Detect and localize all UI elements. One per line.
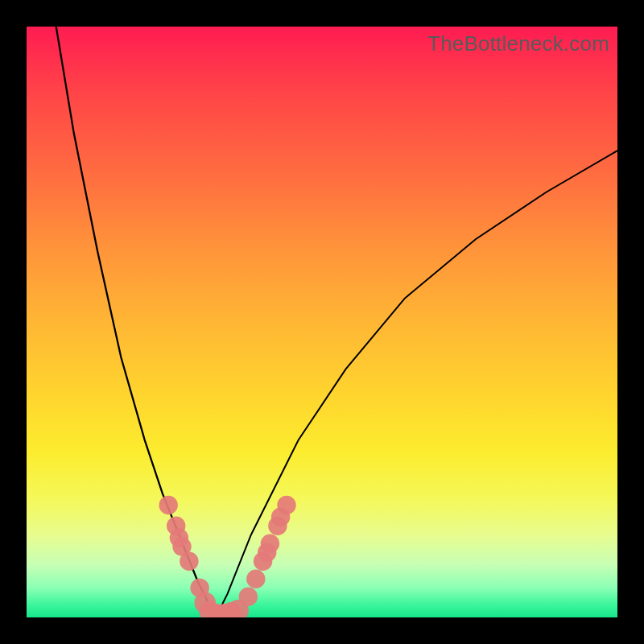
curve-marker (180, 552, 198, 571)
curve-marker (261, 535, 279, 553)
chart-plot-area: TheBottleneck.com (27, 27, 617, 617)
curve-left-path (56, 27, 216, 617)
marker-group (159, 496, 296, 617)
chart-svg (27, 27, 617, 617)
curve-marker (277, 496, 295, 514)
curve-marker (246, 570, 265, 588)
chart-frame: TheBottleneck.com (0, 0, 644, 644)
curve-marker (159, 496, 178, 514)
curve-marker (239, 588, 258, 606)
